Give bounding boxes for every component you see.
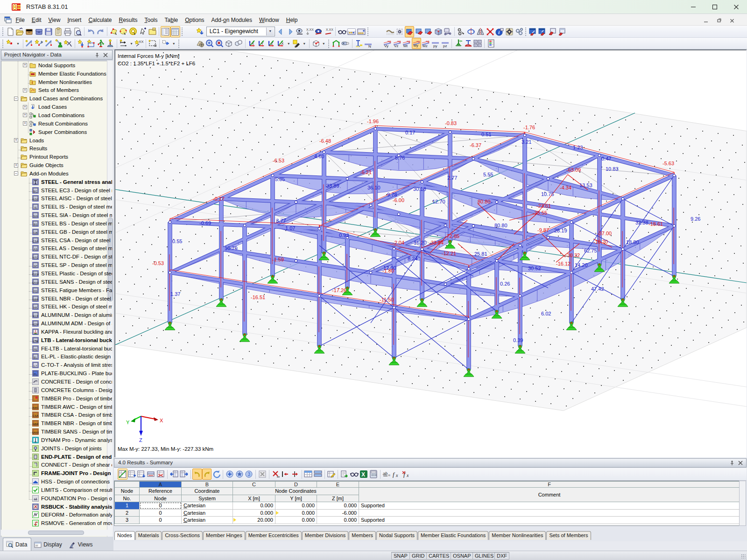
- svg-text:-5.63: -5.63: [662, 161, 674, 166]
- svg-text:I: I: [50, 41, 51, 44]
- svg-text:-1.80: -1.80: [382, 268, 394, 273]
- svg-text:62.75: 62.75: [584, 248, 597, 253]
- svg-text:NBR: NBR: [33, 423, 39, 426]
- svg-text:30.18: 30.18: [413, 186, 426, 192]
- svg-text:-6.21: -6.21: [360, 169, 372, 175]
- svg-text:ab: ab: [383, 471, 388, 476]
- svg-text:Y: Y: [261, 42, 263, 46]
- svg-text:-0.83: -0.83: [445, 120, 457, 126]
- svg-text:-1.96: -1.96: [367, 119, 379, 124]
- svg-text:13.53: 13.53: [579, 182, 592, 188]
- svg-text:-0.69: -0.69: [199, 220, 211, 226]
- svg-text:-35.55: -35.55: [533, 210, 547, 216]
- svg-text:X: X: [160, 418, 163, 423]
- svg-text:PL: PL: [34, 373, 37, 376]
- svg-text:5.85: 5.85: [275, 176, 285, 182]
- svg-text:3.21: 3.21: [521, 139, 531, 145]
- svg-text:10.79: 10.79: [225, 245, 238, 251]
- svg-text:IS: IS: [34, 206, 37, 209]
- svg-text:0.26: 0.26: [500, 281, 510, 287]
- svg-text:EC9: EC9: [33, 315, 38, 317]
- svg-text:-0.53: -0.53: [152, 260, 164, 266]
- svg-text:-18.61: -18.61: [648, 221, 663, 227]
- svg-text:-16.51: -16.51: [251, 294, 265, 300]
- svg-text:14.20: 14.20: [575, 262, 588, 268]
- svg-text:Max M-y: 227.33, Min M-y: -227: Max M-y: 227.33, Min M-y: -227.33 kNm: [118, 446, 213, 452]
- svg-text:SANS: SANS: [32, 281, 39, 284]
- svg-text:-6.48: -6.48: [319, 138, 331, 144]
- svg-text:-12.21: -12.21: [442, 251, 456, 256]
- svg-text:My: My: [413, 43, 418, 48]
- svg-text:0.39: 0.39: [513, 337, 523, 343]
- svg-text:CO2 : 1.35*LF1 +.1.5*LF2 + LF6: CO2 : 1.35*LF1 +.1.5*LF2 + LF6: [118, 61, 195, 66]
- svg-text:28.19: 28.19: [554, 228, 567, 233]
- svg-text:Z: Z: [271, 42, 273, 46]
- svg-text:CT: CT: [34, 364, 37, 367]
- svg-text:py: py: [433, 44, 437, 48]
- svg-text:-30.32: -30.32: [565, 252, 580, 258]
- svg-text:0.51: 0.51: [481, 132, 491, 137]
- svg-text:I: I: [31, 41, 32, 44]
- svg-text:0.17: 0.17: [405, 130, 415, 135]
- svg-text:33.89: 33.89: [326, 183, 339, 189]
- svg-text:1.07: 1.07: [285, 225, 295, 231]
- svg-text:18.80: 18.80: [626, 239, 639, 245]
- svg-text:-17.26: -17.26: [332, 287, 346, 293]
- svg-text:FD: FD: [34, 290, 38, 293]
- svg-text:NTC: NTC: [33, 256, 39, 259]
- svg-text:ADM: ADM: [32, 323, 38, 326]
- svg-text:30.52: 30.52: [528, 266, 541, 271]
- svg-text:f: f: [393, 471, 395, 478]
- svg-text:SP: SP: [34, 265, 37, 267]
- svg-text:1.23: 1.23: [573, 145, 583, 150]
- svg-text:9.26: 9.26: [691, 216, 700, 222]
- svg-text:CSA: CSA: [33, 414, 38, 417]
- svg-text:-1.76: -1.76: [523, 125, 535, 130]
- svg-text:Mt: Mt: [403, 44, 408, 48]
- svg-text:0.55: 0.55: [172, 238, 182, 244]
- svg-text:x: x: [395, 473, 398, 478]
- svg-text:-63.09: -63.09: [566, 167, 581, 173]
- svg-text:5.55: 5.55: [483, 172, 493, 177]
- svg-text:-9.87: -9.87: [537, 227, 549, 233]
- svg-text:CSA: CSA: [33, 240, 38, 243]
- svg-text:Vz: Vz: [394, 44, 398, 48]
- svg-text:-10.20: -10.20: [593, 239, 608, 245]
- svg-text:-72.65: -72.65: [445, 233, 459, 239]
- svg-text:x: x: [406, 473, 409, 478]
- svg-text:9.78: 9.78: [387, 192, 397, 197]
- svg-text:N: N: [368, 44, 371, 48]
- svg-text:-6.37: -6.37: [470, 142, 481, 148]
- svg-text:GB: GB: [34, 231, 38, 234]
- svg-text:10.75: 10.75: [541, 191, 554, 197]
- svg-text:pz: pz: [443, 44, 447, 48]
- svg-text:6.02: 6.02: [541, 311, 551, 316]
- svg-text:XX: XX: [139, 40, 144, 44]
- svg-text:SANS: SANS: [32, 431, 39, 434]
- svg-text:-6.53: -6.53: [273, 158, 284, 163]
- svg-text:-4.34: -4.34: [560, 185, 571, 190]
- svg-text:Mz: Mz: [423, 44, 428, 48]
- svg-text:25.81: 25.81: [474, 251, 487, 257]
- svg-text:-33.84: -33.84: [429, 240, 444, 245]
- svg-text:Y: Y: [126, 420, 130, 425]
- svg-text:-23.61: -23.61: [536, 203, 551, 209]
- svg-text:32.38: 32.38: [635, 220, 648, 225]
- svg-text:X: X: [361, 471, 365, 478]
- svg-text:PIFM: PIFM: [32, 273, 39, 276]
- svg-text:i: i: [499, 30, 500, 35]
- svg-text:5.76: 5.76: [395, 155, 405, 161]
- svg-text:Z: Z: [139, 437, 142, 443]
- svg-text:-37.00: -37.00: [597, 231, 612, 236]
- svg-text:HK: HK: [34, 306, 37, 309]
- svg-text:FE: FE: [34, 348, 37, 351]
- svg-text:AISC: AISC: [32, 198, 39, 201]
- svg-text:Internal Forces M-y [kNm]: Internal Forces M-y [kNm]: [118, 53, 179, 59]
- svg-text:3: 3: [248, 472, 251, 477]
- svg-text:80.80: 80.80: [478, 199, 491, 204]
- svg-text:10.83: 10.83: [606, 166, 619, 172]
- svg-text:1.37: 1.37: [170, 291, 180, 297]
- svg-text:X.XX: X.XX: [306, 28, 314, 31]
- svg-text:12.70: 12.70: [432, 199, 445, 204]
- svg-text:80.80: 80.80: [494, 223, 507, 228]
